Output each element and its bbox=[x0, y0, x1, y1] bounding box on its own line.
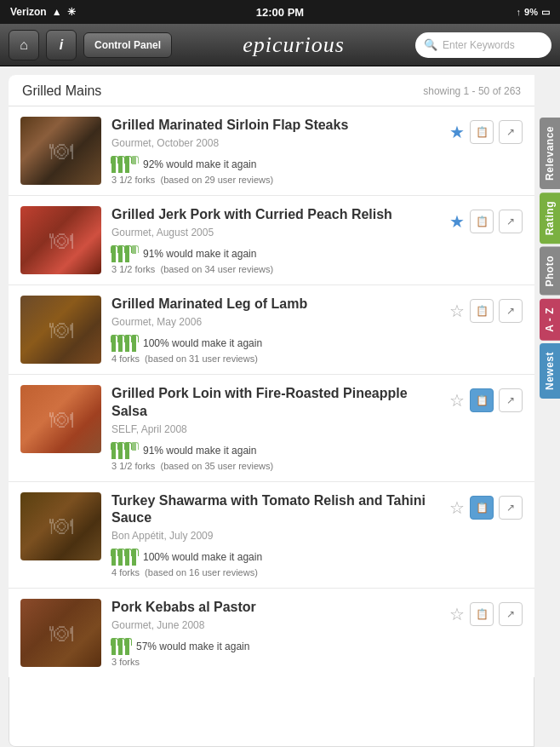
action-row: ☆ 📋 ↗ bbox=[449, 496, 523, 520]
time-label: 12:00 PM bbox=[256, 6, 304, 19]
note-icon: 📋 bbox=[476, 126, 489, 138]
tab-newest[interactable]: Newest bbox=[540, 343, 560, 399]
recipe-item[interactable]: 🍽 Grilled Jerk Pork with Curried Peach R… bbox=[9, 196, 534, 285]
fork-rating: 100% would make it again bbox=[111, 335, 443, 352]
home-button[interactable]: ⌂ bbox=[9, 30, 39, 60]
would-make-text: 91% would make it again bbox=[143, 248, 256, 260]
reviews-label: 4 forks (based on 16 user reviews) bbox=[111, 567, 443, 577]
recipe-item[interactable]: 🍽 Grilled Marinated Sirloin Flap Steaks … bbox=[9, 106, 534, 196]
recipe-item[interactable]: 🍽 Turkey Shawarma with Tomato Relish and… bbox=[9, 482, 534, 589]
share-button[interactable]: ↗ bbox=[499, 299, 523, 323]
search-bar[interactable]: 🔍 Enter Keywords bbox=[415, 32, 551, 58]
recipe-info: Turkey Shawarma with Tomato Relish and T… bbox=[111, 492, 443, 578]
recipe-title: Pork Kebabs al Pastor bbox=[111, 599, 443, 617]
tab-relevance-label: Relevance bbox=[544, 126, 556, 181]
would-make-text: 92% would make it again bbox=[143, 158, 256, 170]
action-row: ☆ 📋 ↗ bbox=[449, 602, 523, 626]
recipe-source: Gourmet, June 2008 bbox=[111, 619, 443, 631]
fork-rating: 91% would make it again bbox=[111, 442, 443, 459]
tab-az[interactable]: A - Z bbox=[540, 299, 560, 341]
star-button[interactable]: ★ bbox=[449, 124, 465, 141]
recipe-info: Pork Kebabs al Pastor Gourmet, June 2008… bbox=[111, 599, 443, 667]
recipe-title: Grilled Marinated Sirloin Flap Steaks bbox=[111, 117, 443, 135]
would-make-text: 100% would make it again bbox=[143, 337, 262, 349]
status-right: ↑ 9% ▭ bbox=[517, 7, 550, 18]
would-make-text: 57% would make it again bbox=[136, 641, 249, 652]
fork-rating: 57% would make it again bbox=[111, 638, 443, 655]
star-button[interactable]: ☆ bbox=[449, 392, 465, 409]
recipe-actions: ★ 📋 ↗ bbox=[449, 206, 523, 233]
note-icon: 📋 bbox=[476, 305, 489, 317]
star-button[interactable]: ☆ bbox=[449, 302, 465, 319]
share-icon: ↗ bbox=[506, 394, 515, 406]
tab-photo-label: Photo bbox=[544, 256, 556, 287]
star-button[interactable]: ★ bbox=[449, 213, 465, 230]
tab-photo[interactable]: Photo bbox=[540, 247, 560, 296]
recipe-actions: ★ 📋 ↗ bbox=[449, 117, 523, 144]
share-button[interactable]: ↗ bbox=[499, 602, 523, 626]
share-icon: ↗ bbox=[506, 502, 515, 514]
star-button[interactable]: ☆ bbox=[449, 606, 465, 623]
search-placeholder: Enter Keywords bbox=[443, 39, 515, 51]
share-button[interactable]: ↗ bbox=[499, 388, 523, 412]
note-button[interactable]: 📋 bbox=[470, 602, 494, 626]
recipe-title: Grilled Marinated Leg of Lamb bbox=[111, 296, 443, 313]
share-icon: ↗ bbox=[506, 608, 515, 620]
share-icon: ↗ bbox=[506, 305, 515, 317]
arrow-up-icon: ↑ bbox=[517, 7, 522, 17]
carrier-label: Verizon bbox=[10, 6, 47, 18]
note-icon: 📋 bbox=[476, 394, 489, 406]
reviews-label: 4 forks (based on 31 user reviews) bbox=[111, 353, 443, 364]
share-icon: ↗ bbox=[506, 126, 515, 138]
battery-label: 9% bbox=[524, 7, 538, 17]
note-button[interactable]: 📋 bbox=[470, 496, 494, 520]
list-header: Grilled Mains showing 1 - 50 of 263 bbox=[9, 75, 534, 106]
recipe-item[interactable]: 🍽 Grilled Marinated Leg of Lamb Gourmet,… bbox=[9, 285, 534, 375]
recipe-item[interactable]: 🍽 Grilled Pork Loin with Fire-Roasted Pi… bbox=[9, 375, 534, 482]
tab-relevance[interactable]: Relevance bbox=[540, 118, 560, 189]
tab-rating-label: Rating bbox=[544, 201, 556, 235]
list-title: Grilled Mains bbox=[22, 83, 101, 99]
note-button[interactable]: 📋 bbox=[470, 120, 494, 144]
recipe-info: Grilled Pork Loin with Fire-Roasted Pine… bbox=[111, 385, 443, 471]
recipe-thumbnail: 🍽 bbox=[20, 117, 101, 185]
note-icon: 📋 bbox=[476, 215, 489, 227]
note-button[interactable]: 📋 bbox=[470, 210, 494, 233]
recipe-list-area: Grilled Mains showing 1 - 50 of 263 🍽 Gr… bbox=[9, 75, 534, 747]
search-icon: 🔍 bbox=[424, 38, 437, 51]
tab-rating[interactable]: Rating bbox=[540, 192, 560, 244]
fork-rating: 100% would make it again bbox=[111, 549, 443, 566]
note-button[interactable]: 📋 bbox=[470, 388, 494, 412]
reviews-label: 3 forks bbox=[111, 657, 443, 667]
activity-icon: ✳ bbox=[67, 6, 76, 18]
star-button[interactable]: ☆ bbox=[449, 499, 465, 516]
main-content: Grilled Mains showing 1 - 50 of 263 🍽 Gr… bbox=[0, 66, 560, 747]
side-tabs: Relevance Rating Photo A - Z Newest bbox=[534, 66, 560, 747]
info-icon: i bbox=[60, 37, 63, 53]
recipe-info: Grilled Marinated Sirloin Flap Steaks Go… bbox=[111, 117, 443, 185]
recipe-source: SELF, April 2008 bbox=[111, 423, 443, 435]
share-button[interactable]: ↗ bbox=[499, 210, 523, 233]
info-button[interactable]: i bbox=[46, 30, 77, 60]
reviews-label: 3 1/2 forks (based on 29 user reviews) bbox=[111, 175, 443, 185]
recipe-source: Gourmet, August 2005 bbox=[111, 227, 443, 238]
action-row: ☆ 📋 ↗ bbox=[449, 388, 523, 412]
recipe-info: Grilled Marinated Leg of Lamb Gourmet, M… bbox=[111, 296, 443, 364]
note-icon: 📋 bbox=[476, 608, 489, 620]
recipe-list: 🍽 Grilled Marinated Sirloin Flap Steaks … bbox=[9, 106, 534, 677]
recipe-title: Grilled Pork Loin with Fire-Roasted Pine… bbox=[111, 385, 443, 421]
note-button[interactable]: 📋 bbox=[470, 299, 494, 323]
control-panel-label: Control Panel bbox=[94, 39, 161, 51]
app-logo: epicurious bbox=[179, 32, 409, 58]
would-make-text: 91% would make it again bbox=[143, 445, 256, 457]
share-button[interactable]: ↗ bbox=[499, 496, 523, 520]
share-button[interactable]: ↗ bbox=[499, 120, 523, 144]
recipe-info: Grilled Jerk Pork with Curried Peach Rel… bbox=[111, 206, 443, 274]
status-left: Verizon ▲ ✳ bbox=[10, 6, 76, 18]
control-panel-button[interactable]: Control Panel bbox=[83, 32, 172, 58]
recipe-thumbnail: 🍽 bbox=[20, 206, 101, 274]
recipe-item[interactable]: 🍽 Pork Kebabs al Pastor Gourmet, June 20… bbox=[9, 589, 534, 677]
reviews-label: 3 1/2 forks (based on 35 user reviews) bbox=[111, 461, 443, 471]
recipe-actions: ☆ 📋 ↗ bbox=[449, 492, 523, 520]
action-row: ☆ 📋 ↗ bbox=[449, 299, 523, 323]
